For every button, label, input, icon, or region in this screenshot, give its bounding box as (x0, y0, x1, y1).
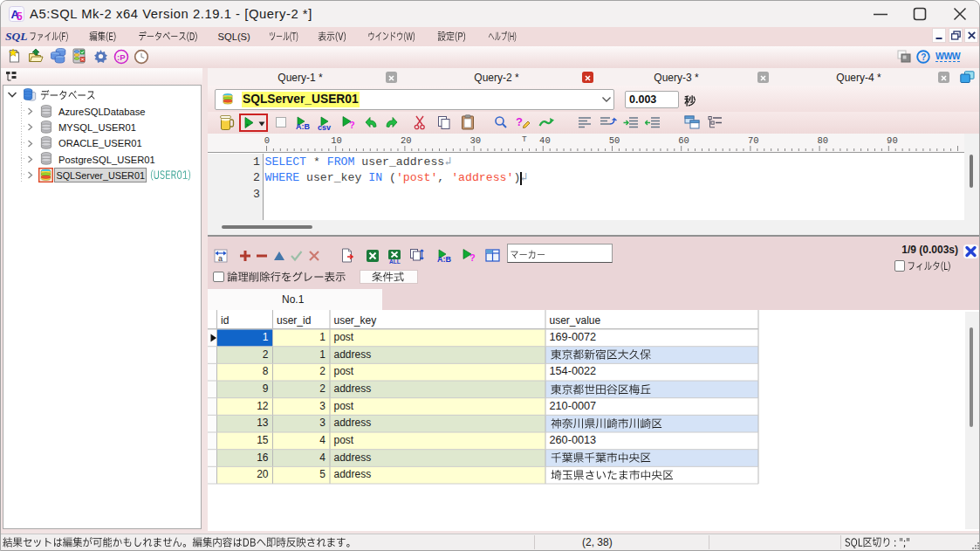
svg-text:ALL: ALL (389, 258, 401, 264)
svg-text:A:B: A:B (296, 122, 310, 131)
svg-text:?: ? (516, 115, 523, 128)
svg-text:?: ? (349, 120, 355, 130)
svg-text:csv: csv (318, 123, 331, 132)
svg-text::P: :P (117, 52, 126, 62)
svg-text:?: ? (921, 52, 926, 62)
svg-text:?: ? (469, 252, 476, 263)
svg-text:A:B: A:B (437, 255, 451, 264)
svg-text:5: 5 (17, 10, 23, 23)
svg-text:a: a (218, 254, 223, 263)
